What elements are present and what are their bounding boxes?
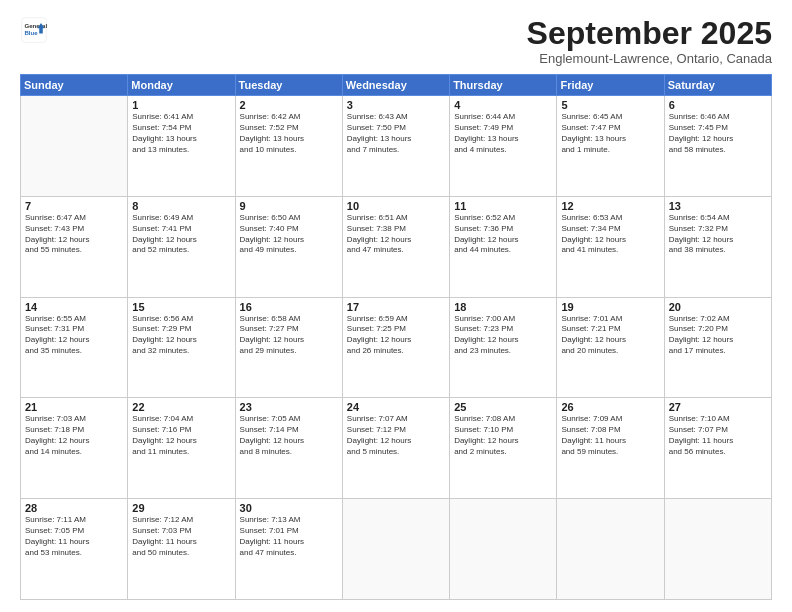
table-row: 8Sunrise: 6:49 AMSunset: 7:41 PMDaylight… xyxy=(128,196,235,297)
cell-content: Sunrise: 7:02 AM xyxy=(669,314,767,325)
logo: General Blue xyxy=(20,16,48,44)
day-number: 11 xyxy=(454,200,552,212)
table-row: 20Sunrise: 7:02 AMSunset: 7:20 PMDayligh… xyxy=(664,297,771,398)
cell-content: Sunrise: 6:42 AM xyxy=(240,112,338,123)
cell-content: Daylight: 12 hours xyxy=(454,436,552,447)
cell-content: and 20 minutes. xyxy=(561,346,659,357)
table-row: 5Sunrise: 6:45 AMSunset: 7:47 PMDaylight… xyxy=(557,96,664,197)
cell-content: and 10 minutes. xyxy=(240,145,338,156)
cell-content: and 2 minutes. xyxy=(454,447,552,458)
col-wednesday: Wednesday xyxy=(342,75,449,96)
cell-content: Sunrise: 6:58 AM xyxy=(240,314,338,325)
cell-content: Sunset: 7:38 PM xyxy=(347,224,445,235)
cell-content: Sunrise: 7:13 AM xyxy=(240,515,338,526)
cell-content: and 26 minutes. xyxy=(347,346,445,357)
day-number: 7 xyxy=(25,200,123,212)
cell-content: Sunrise: 7:01 AM xyxy=(561,314,659,325)
day-number: 29 xyxy=(132,502,230,514)
cell-content: and 47 minutes. xyxy=(240,548,338,559)
day-number: 26 xyxy=(561,401,659,413)
table-row: 26Sunrise: 7:09 AMSunset: 7:08 PMDayligh… xyxy=(557,398,664,499)
cell-content: and 11 minutes. xyxy=(132,447,230,458)
cell-content: Sunset: 7:49 PM xyxy=(454,123,552,134)
cell-content: and 13 minutes. xyxy=(132,145,230,156)
table-row: 18Sunrise: 7:00 AMSunset: 7:23 PMDayligh… xyxy=(450,297,557,398)
header-row: Sunday Monday Tuesday Wednesday Thursday… xyxy=(21,75,772,96)
cell-content: and 5 minutes. xyxy=(347,447,445,458)
cell-content: Sunset: 7:08 PM xyxy=(561,425,659,436)
cell-content: and 7 minutes. xyxy=(347,145,445,156)
cell-content: Daylight: 12 hours xyxy=(669,235,767,246)
cell-content: Sunset: 7:29 PM xyxy=(132,324,230,335)
col-thursday: Thursday xyxy=(450,75,557,96)
cell-content: Daylight: 12 hours xyxy=(25,235,123,246)
svg-text:Blue: Blue xyxy=(24,29,38,36)
table-row: 6Sunrise: 6:46 AMSunset: 7:45 PMDaylight… xyxy=(664,96,771,197)
day-number: 27 xyxy=(669,401,767,413)
cell-content: Daylight: 13 hours xyxy=(132,134,230,145)
table-row: 29Sunrise: 7:12 AMSunset: 7:03 PMDayligh… xyxy=(128,499,235,600)
cell-content: Sunset: 7:25 PM xyxy=(347,324,445,335)
cell-content: Sunset: 7:01 PM xyxy=(240,526,338,537)
cell-content: Daylight: 13 hours xyxy=(454,134,552,145)
col-sunday: Sunday xyxy=(21,75,128,96)
cell-content: and 58 minutes. xyxy=(669,145,767,156)
cell-content: Daylight: 12 hours xyxy=(132,436,230,447)
cell-content: Sunset: 7:14 PM xyxy=(240,425,338,436)
cell-content: and 52 minutes. xyxy=(132,245,230,256)
table-row: 15Sunrise: 6:56 AMSunset: 7:29 PMDayligh… xyxy=(128,297,235,398)
day-number: 9 xyxy=(240,200,338,212)
table-row: 14Sunrise: 6:55 AMSunset: 7:31 PMDayligh… xyxy=(21,297,128,398)
week-row-1: 1Sunrise: 6:41 AMSunset: 7:54 PMDaylight… xyxy=(21,96,772,197)
cell-content: Sunrise: 6:52 AM xyxy=(454,213,552,224)
cell-content: Sunset: 7:32 PM xyxy=(669,224,767,235)
table-row: 24Sunrise: 7:07 AMSunset: 7:12 PMDayligh… xyxy=(342,398,449,499)
cell-content: Sunset: 7:54 PM xyxy=(132,123,230,134)
day-number: 17 xyxy=(347,301,445,313)
cell-content: Sunrise: 6:46 AM xyxy=(669,112,767,123)
cell-content: Daylight: 12 hours xyxy=(25,335,123,346)
table-row: 25Sunrise: 7:08 AMSunset: 7:10 PMDayligh… xyxy=(450,398,557,499)
cell-content: Daylight: 11 hours xyxy=(669,436,767,447)
cell-content: Daylight: 11 hours xyxy=(25,537,123,548)
day-number: 21 xyxy=(25,401,123,413)
day-number: 22 xyxy=(132,401,230,413)
day-number: 16 xyxy=(240,301,338,313)
day-number: 1 xyxy=(132,99,230,111)
cell-content: Sunrise: 6:49 AM xyxy=(132,213,230,224)
cell-content: Sunset: 7:20 PM xyxy=(669,324,767,335)
cell-content: Daylight: 13 hours xyxy=(347,134,445,145)
cell-content: and 56 minutes. xyxy=(669,447,767,458)
cell-content: Sunrise: 6:41 AM xyxy=(132,112,230,123)
table-row: 2Sunrise: 6:42 AMSunset: 7:52 PMDaylight… xyxy=(235,96,342,197)
cell-content: and 41 minutes. xyxy=(561,245,659,256)
cell-content: Sunset: 7:27 PM xyxy=(240,324,338,335)
col-friday: Friday xyxy=(557,75,664,96)
cell-content: Daylight: 12 hours xyxy=(240,235,338,246)
cell-content: Sunset: 7:31 PM xyxy=(25,324,123,335)
table-row: 16Sunrise: 6:58 AMSunset: 7:27 PMDayligh… xyxy=(235,297,342,398)
day-number: 5 xyxy=(561,99,659,111)
cell-content: and 17 minutes. xyxy=(669,346,767,357)
table-row xyxy=(21,96,128,197)
day-number: 14 xyxy=(25,301,123,313)
cell-content: and 53 minutes. xyxy=(25,548,123,559)
cell-content: Daylight: 12 hours xyxy=(454,335,552,346)
calendar-table: Sunday Monday Tuesday Wednesday Thursday… xyxy=(20,74,772,600)
cell-content: Sunrise: 7:09 AM xyxy=(561,414,659,425)
cell-content: Daylight: 13 hours xyxy=(240,134,338,145)
day-number: 13 xyxy=(669,200,767,212)
cell-content: Sunrise: 6:44 AM xyxy=(454,112,552,123)
logo-icon: General Blue xyxy=(20,16,48,44)
table-row: 3Sunrise: 6:43 AMSunset: 7:50 PMDaylight… xyxy=(342,96,449,197)
cell-content: and 8 minutes. xyxy=(240,447,338,458)
location-subtitle: Englemount-Lawrence, Ontario, Canada xyxy=(527,51,772,66)
day-number: 28 xyxy=(25,502,123,514)
cell-content: and 47 minutes. xyxy=(347,245,445,256)
cell-content: and 14 minutes. xyxy=(25,447,123,458)
cell-content: Sunrise: 6:47 AM xyxy=(25,213,123,224)
cell-content: Daylight: 12 hours xyxy=(347,335,445,346)
cell-content: Sunset: 7:12 PM xyxy=(347,425,445,436)
cell-content: Sunrise: 6:54 AM xyxy=(669,213,767,224)
cell-content: Daylight: 12 hours xyxy=(240,335,338,346)
